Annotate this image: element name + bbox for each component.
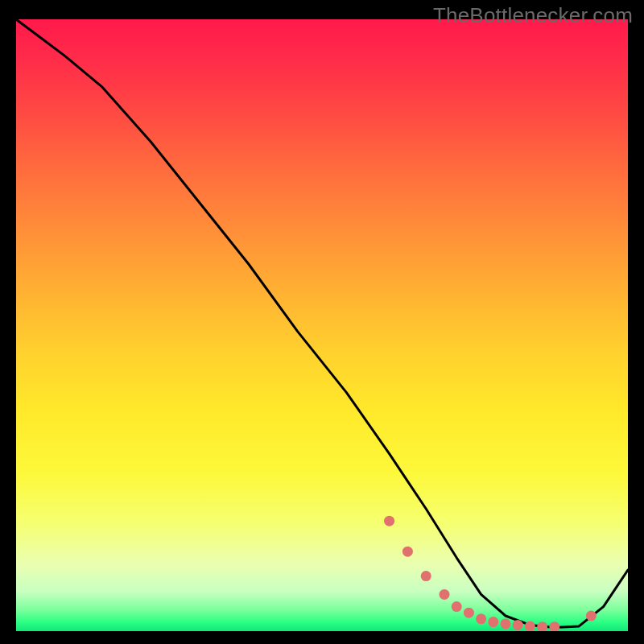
bottleneck-curve — [16, 19, 628, 627]
plot-area — [16, 19, 628, 631]
marker-point — [476, 613, 486, 624]
marker-point — [384, 516, 394, 526]
marker-point — [402, 547, 413, 557]
marker-point — [549, 621, 559, 631]
highlight-markers — [384, 516, 597, 631]
marker-point — [421, 571, 431, 581]
marker-point — [452, 601, 462, 612]
marker-point — [501, 618, 511, 629]
marker-point — [513, 620, 523, 630]
marker-point — [525, 621, 535, 631]
marker-point — [464, 608, 474, 618]
chart-frame: TheBottlenecker.com — [0, 0, 644, 644]
marker-point — [586, 611, 597, 621]
marker-point — [440, 589, 450, 600]
curve-layer — [16, 19, 628, 631]
watermark-text: TheBottlenecker.com — [433, 3, 633, 28]
marker-point — [537, 621, 547, 631]
marker-point — [488, 617, 498, 627]
